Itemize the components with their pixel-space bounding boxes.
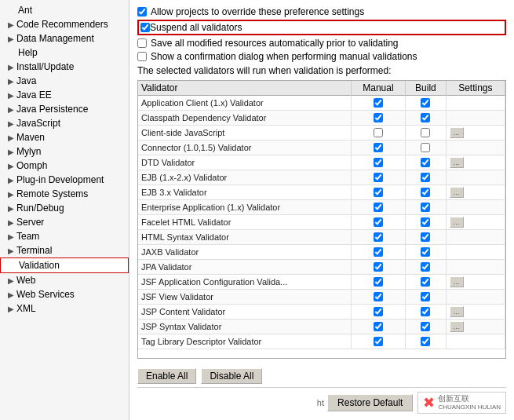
manual-checkbox[interactable] xyxy=(374,158,383,167)
manual-checkbox[interactable] xyxy=(374,262,383,272)
manual-checkbox[interactable] xyxy=(374,217,383,227)
settings-cell[interactable] xyxy=(446,290,505,305)
build-checkbox[interactable] xyxy=(421,203,430,212)
manual-checkbox[interactable] xyxy=(374,203,383,212)
sidebar-item-code-recommenders[interactable]: ▶Code Recommenders xyxy=(0,17,129,31)
build-cell[interactable] xyxy=(406,170,446,185)
manual-checkbox[interactable] xyxy=(374,232,383,242)
validator-table-wrapper[interactable]: Validator Manual Build Settings Applicat… xyxy=(137,80,506,359)
build-checkbox[interactable] xyxy=(421,158,430,167)
sidebar-item-validation[interactable]: Validation xyxy=(0,257,129,273)
settings-button[interactable]: ... xyxy=(450,157,464,168)
sidebar-item-java-persistence[interactable]: ▶Java Persistence xyxy=(0,102,129,116)
sidebar-item-web[interactable]: ▶Web xyxy=(0,273,129,287)
manual-cell[interactable] xyxy=(351,245,406,260)
settings-cell[interactable]: ... xyxy=(446,185,505,200)
manual-checkbox[interactable] xyxy=(374,307,383,316)
manual-cell[interactable] xyxy=(351,155,406,170)
build-cell[interactable] xyxy=(406,320,446,334)
manual-checkbox[interactable] xyxy=(374,188,383,197)
manual-cell[interactable] xyxy=(351,320,406,334)
manual-cell[interactable] xyxy=(351,185,406,200)
sidebar-item-install-update[interactable]: ▶Install/Update xyxy=(0,60,129,74)
settings-cell[interactable]: ... xyxy=(446,305,505,320)
settings-cell[interactable] xyxy=(446,245,505,260)
disable-all-button[interactable]: Disable All xyxy=(201,368,262,384)
sidebar-item-remote-systems[interactable]: ▶Remote Systems xyxy=(0,187,129,201)
build-cell[interactable] xyxy=(406,260,446,275)
sidebar-item-plug-in-development[interactable]: ▶Plug-in Development xyxy=(0,173,129,187)
sidebar-item-mylyn[interactable]: ▶Mylyn xyxy=(0,144,129,159)
build-cell[interactable] xyxy=(406,290,446,305)
settings-button[interactable]: ... xyxy=(450,276,464,287)
sidebar-item-xml[interactable]: ▶XML xyxy=(0,301,129,316)
build-checkbox[interactable] xyxy=(421,307,430,316)
manual-checkbox[interactable] xyxy=(374,247,383,257)
sidebar-item-java-ee[interactable]: ▶Java EE xyxy=(0,88,129,102)
sidebar-item-javascript[interactable]: ▶JavaScript xyxy=(0,116,129,130)
settings-cell[interactable]: ... xyxy=(446,320,505,334)
sidebar-item-maven[interactable]: ▶Maven xyxy=(0,130,129,144)
sidebar-item-terminal[interactable]: ▶Terminal xyxy=(0,243,129,257)
build-cell[interactable] xyxy=(406,275,446,290)
manual-checkbox[interactable] xyxy=(374,113,383,122)
build-cell[interactable] xyxy=(406,185,446,200)
settings-cell[interactable] xyxy=(446,200,505,215)
build-cell[interactable] xyxy=(406,96,446,111)
manual-checkbox[interactable] xyxy=(374,98,383,108)
sidebar-item-run-debug[interactable]: ▶Run/Debug xyxy=(0,201,129,215)
build-checkbox[interactable] xyxy=(421,232,430,242)
manual-checkbox[interactable] xyxy=(374,322,383,331)
manual-checkbox[interactable] xyxy=(374,143,383,152)
settings-button[interactable]: ... xyxy=(450,127,464,138)
build-checkbox[interactable] xyxy=(421,98,430,108)
manual-cell[interactable] xyxy=(351,200,406,215)
manual-cell[interactable] xyxy=(351,96,406,111)
settings-cell[interactable] xyxy=(446,170,505,185)
build-checkbox[interactable] xyxy=(421,128,430,137)
build-checkbox[interactable] xyxy=(421,322,430,331)
build-checkbox[interactable] xyxy=(421,247,430,257)
build-cell[interactable] xyxy=(406,155,446,170)
sidebar-item-help[interactable]: Help xyxy=(0,46,129,60)
settings-cell[interactable] xyxy=(446,334,505,349)
manual-cell[interactable] xyxy=(351,215,406,230)
build-cell[interactable] xyxy=(406,126,446,141)
manual-checkbox[interactable] xyxy=(374,128,383,137)
settings-button[interactable]: ... xyxy=(450,306,464,317)
manual-cell[interactable] xyxy=(351,170,406,185)
manual-checkbox[interactable] xyxy=(374,292,383,301)
settings-button[interactable]: ... xyxy=(450,321,464,332)
build-checkbox[interactable] xyxy=(421,292,430,301)
allow-override-checkbox[interactable] xyxy=(137,7,147,16)
settings-cell[interactable] xyxy=(446,141,505,155)
manual-cell[interactable] xyxy=(351,290,406,305)
manual-cell[interactable] xyxy=(351,260,406,275)
build-cell[interactable] xyxy=(406,111,446,126)
settings-cell[interactable] xyxy=(446,260,505,275)
build-checkbox[interactable] xyxy=(421,262,430,272)
settings-cell[interactable]: ... xyxy=(446,215,505,230)
settings-button[interactable]: ... xyxy=(450,217,464,228)
build-checkbox[interactable] xyxy=(421,113,430,122)
save-modified-checkbox[interactable] xyxy=(137,38,147,48)
settings-cell[interactable]: ... xyxy=(446,275,505,290)
build-cell[interactable] xyxy=(406,230,446,245)
settings-cell[interactable] xyxy=(446,96,505,111)
manual-cell[interactable] xyxy=(351,111,406,126)
manual-checkbox[interactable] xyxy=(374,337,383,346)
manual-cell[interactable] xyxy=(351,305,406,320)
settings-cell[interactable]: ... xyxy=(446,155,505,170)
manual-checkbox[interactable] xyxy=(374,173,383,182)
manual-cell[interactable] xyxy=(351,141,406,155)
build-cell[interactable] xyxy=(406,334,446,349)
build-checkbox[interactable] xyxy=(421,173,430,182)
sidebar-item-team[interactable]: ▶Team xyxy=(0,229,129,243)
enable-all-button[interactable]: Enable All xyxy=(137,368,196,384)
manual-checkbox[interactable] xyxy=(374,277,383,287)
build-checkbox[interactable] xyxy=(421,143,430,152)
build-checkbox[interactable] xyxy=(421,188,430,197)
manual-cell[interactable] xyxy=(351,230,406,245)
show-confirmation-checkbox[interactable] xyxy=(137,52,147,61)
build-checkbox[interactable] xyxy=(421,277,430,287)
